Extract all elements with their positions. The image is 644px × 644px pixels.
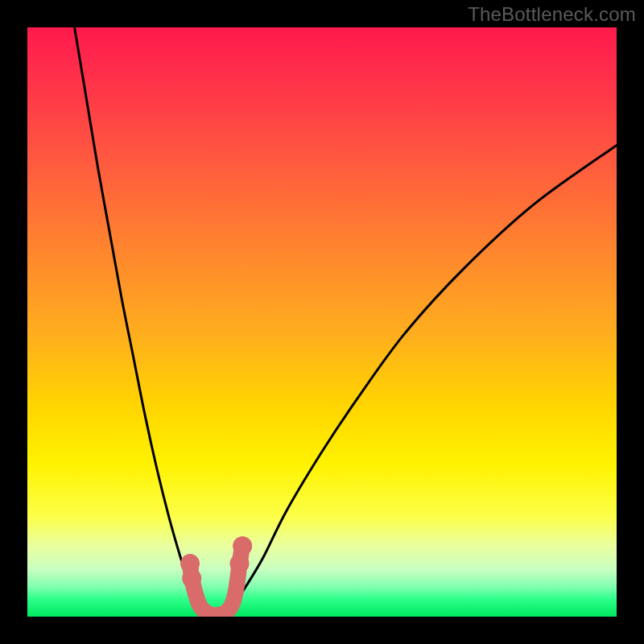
chart-frame: TheBottleneck.com [0, 0, 644, 644]
valley-marker-dot [233, 536, 252, 555]
right-curve [216, 145, 617, 617]
curves-svg [27, 27, 617, 617]
valley-marker-dot [230, 554, 250, 573]
left-curve [75, 27, 217, 617]
plot-area [27, 27, 617, 617]
watermark-text: TheBottleneck.com [468, 3, 636, 26]
valley-marker-dot [182, 568, 201, 588]
